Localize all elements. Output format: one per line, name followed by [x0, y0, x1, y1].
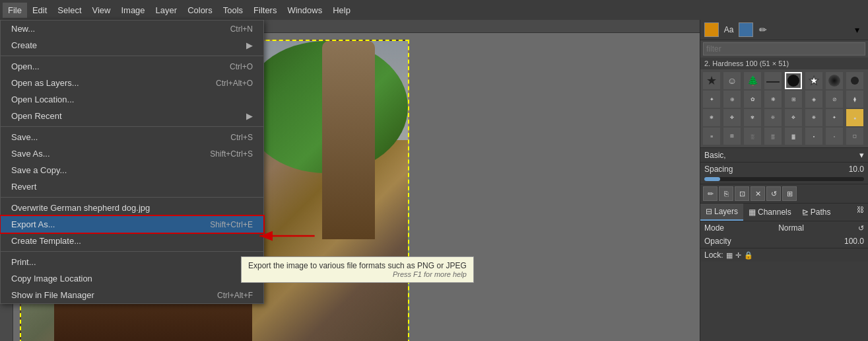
menu-item-save[interactable]: Save... Ctrl+S	[1, 129, 263, 145]
brush-cell-3-3[interactable]: ✾	[744, 109, 761, 126]
brush-cell-4-1[interactable]: ≡	[703, 128, 720, 145]
brush-cell-star[interactable]: ★	[703, 72, 720, 89]
brush-cell-2-5[interactable]: ⊞	[785, 91, 802, 108]
tab-channels[interactable]: ▦ Channels	[743, 204, 797, 221]
layers-tabs: ⊟ Layers ▦ Channels ⊵ Paths ⛓	[700, 204, 868, 221]
menu-item-new-label: New...	[11, 24, 35, 34]
foreground-color-swatch[interactable]	[704, 22, 719, 37]
panel-menu-icon[interactable]: ▾	[850, 22, 864, 37]
menu-help[interactable]: Help	[327, 3, 356, 18]
menu-item-create[interactable]: Create ▶	[1, 37, 263, 54]
spacing-bar-row[interactable]	[700, 176, 868, 184]
menu-item-save-as-label: Save As...	[11, 149, 50, 159]
brush-cell-2-1[interactable]: ✦	[703, 91, 720, 108]
menu-item-open-recent[interactable]: Open Recent ▶	[1, 108, 263, 124]
brush-cell-3-4[interactable]: ❊	[764, 109, 782, 126]
menu-item-show-file-manager-label: Show in File Manager	[11, 290, 94, 300]
menu-edit[interactable]: Edit	[27, 3, 52, 18]
menu-item-revert[interactable]: Revert	[1, 178, 263, 195]
file-dropdown-menu[interactable]: New... Ctrl+N Create ▶ Open... Ctrl+O Op…	[0, 20, 264, 304]
brush-cell-star-outline[interactable]: ★	[805, 72, 822, 89]
tool-paint-icon[interactable]: ✏	[703, 186, 718, 201]
brush-cell-4-6[interactable]: ▪	[805, 128, 822, 145]
brush-cell-2-8[interactable]: ⧫	[846, 91, 863, 108]
brush-cell-dash[interactable]: —	[764, 72, 782, 89]
brush-cell-4-4[interactable]: ▒	[764, 128, 782, 145]
preset-dropdown-icon[interactable]: ▾	[859, 150, 864, 160]
brush-cell-circle-soft[interactable]	[826, 72, 843, 89]
menu-file[interactable]: File	[3, 3, 27, 18]
mode-label: Mode	[704, 223, 724, 233]
right-panel: Aa ✏ ▾ 2. Hardness 100 (51 × 51) ★ ☺ 🌲 —…	[700, 20, 868, 341]
menu-view[interactable]: View	[87, 3, 116, 18]
pencil-tool-icon[interactable]: ✏	[756, 22, 770, 37]
brush-cell-tree[interactable]: 🌲	[744, 72, 761, 89]
brush-cell-3-8[interactable]: ●	[846, 109, 863, 126]
brush-cell-2-3[interactable]: ✿	[744, 91, 761, 108]
brush-cell-3-6[interactable]: ❋	[805, 109, 822, 126]
tool-refresh-icon[interactable]: ↺	[766, 186, 781, 201]
menu-item-overwrite-label: Overwrite German shepherd dog.jpg	[11, 203, 150, 213]
menu-item-overwrite[interactable]: Overwrite German shepherd dog.jpg	[1, 200, 263, 216]
brush-cell-4-8[interactable]: ◻	[846, 128, 863, 145]
tool-delete-icon[interactable]: ✕	[751, 186, 765, 201]
lock-all-icon[interactable]: 🔒	[744, 251, 753, 260]
menu-colors[interactable]: Colors	[182, 3, 218, 18]
brush-cell-3-7[interactable]: ✦	[826, 109, 843, 126]
menu-select[interactable]: Select	[52, 3, 86, 18]
tree	[322, 41, 375, 239]
lock-label: Lock:	[704, 250, 723, 260]
menu-item-new-shortcut: Ctrl+N	[230, 24, 253, 34]
tool-copy-icon[interactable]: ⎘	[719, 186, 733, 201]
menu-layer[interactable]: Layer	[150, 3, 183, 18]
brush-cell-2-2[interactable]: ⊕	[723, 91, 741, 108]
layers-chain-button[interactable]: ⛓	[853, 204, 868, 221]
brush-cell-4-3[interactable]: ░	[744, 128, 761, 145]
menu-windows[interactable]: Windows	[282, 3, 327, 18]
tab-layers[interactable]: ⊟ Layers	[700, 204, 743, 221]
lock-checkerboard-icon[interactable]: ▦	[726, 251, 733, 260]
main-area: New... Ctrl+N Create ▶ Open... Ctrl+O Op…	[0, 20, 868, 341]
mode-reset-icon[interactable]: ↺	[858, 224, 864, 233]
menu-item-open-location-label: Open Location...	[11, 95, 74, 104]
mode-value[interactable]: Normal	[778, 223, 804, 233]
menu-item-print-label: Print...	[11, 257, 36, 267]
menu-item-export-as[interactable]: Export As... Shift+Ctrl+E	[1, 216, 263, 233]
brush-cell-2-4[interactable]: ❋	[764, 91, 782, 108]
tool-export-icon[interactable]: ⊡	[735, 186, 749, 201]
brush-cell-3-5[interactable]: ✥	[785, 109, 802, 126]
menu-item-open-label: Open...	[11, 61, 40, 71]
menu-item-show-file-manager[interactable]: Show in File Manager Ctrl+Alt+F	[1, 287, 263, 303]
menu-item-save-copy[interactable]: Save a Copy...	[1, 162, 263, 178]
background-color-swatch[interactable]	[739, 22, 753, 37]
menu-image[interactable]: Image	[116, 3, 150, 18]
menu-item-create-template[interactable]: Create Template...	[1, 233, 263, 249]
brush-cell-3-1[interactable]: ❃	[703, 109, 720, 126]
brush-cell-4-2[interactable]: ⊞	[723, 128, 741, 145]
lock-move-icon[interactable]: ✛	[735, 251, 741, 260]
menu-item-save-as[interactable]: Save As... Shift+Ctrl+S	[1, 145, 263, 162]
brush-cell-circle-med[interactable]	[846, 72, 863, 89]
brush-filter-input[interactable]	[703, 42, 865, 56]
menu-item-copy-location[interactable]: Copy Image Location	[1, 270, 263, 287]
menu-item-print[interactable]: Print... Ctrl	[1, 254, 263, 270]
brush-cell-3-2[interactable]: ✤	[723, 109, 741, 126]
menu-item-open-layers[interactable]: Open as Layers... Ctrl+Alt+O	[1, 75, 263, 91]
menu-item-open[interactable]: Open... Ctrl+O	[1, 58, 263, 75]
menu-item-new[interactable]: New... Ctrl+N	[1, 20, 263, 37]
font-icon[interactable]: Aa	[721, 22, 736, 37]
layers-section: ⊟ Layers ▦ Channels ⊵ Paths ⛓ Mode Norma…	[700, 203, 868, 341]
layers-mode-row: Mode Normal ↺	[700, 221, 868, 235]
menu-tools[interactable]: Tools	[218, 3, 248, 18]
separator-4	[1, 251, 263, 252]
menu-filters[interactable]: Filters	[248, 3, 282, 18]
tool-import-icon[interactable]: ⊞	[782, 186, 797, 201]
brush-cell-4-5[interactable]: ▓	[785, 128, 802, 145]
brush-cell-circle-hard[interactable]	[785, 72, 802, 89]
brush-cell-2-7[interactable]: ⊘	[826, 91, 843, 108]
menu-item-open-location[interactable]: Open Location...	[1, 91, 263, 108]
brush-cell-2-6[interactable]: ◈	[805, 91, 822, 108]
tab-paths[interactable]: ⊵ Paths	[797, 204, 836, 221]
brush-cell-smile[interactable]: ☺	[723, 72, 741, 89]
brush-cell-4-7[interactable]: ▫	[826, 128, 843, 145]
